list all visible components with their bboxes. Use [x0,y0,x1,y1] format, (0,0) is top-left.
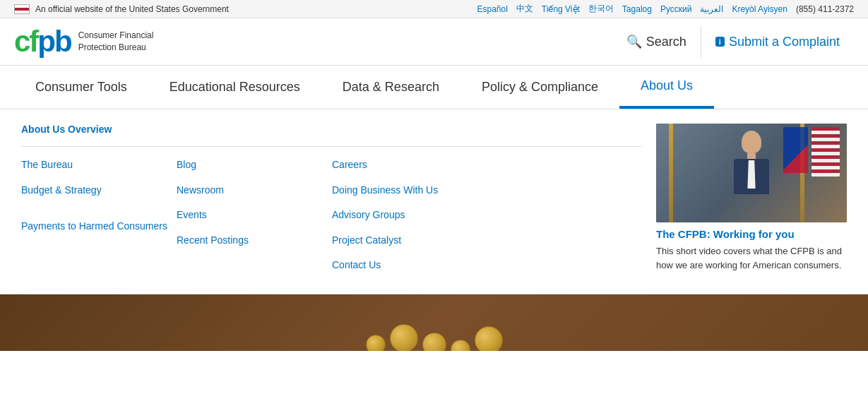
coin-5 [475,326,503,351]
dropdown-links-section: About Us Overview The Bureau Budget & St… [21,124,642,273]
link-budget-strategy[interactable]: Budget & Strategy [21,184,177,198]
link-events[interactable]: Events [177,208,332,222]
link-advisory-groups[interactable]: Advisory Groups [332,208,494,222]
lang-ru[interactable]: Русский [660,4,692,14]
site-logo[interactable]: cfpb Consumer Financial Protection Burea… [14,27,153,56]
link-recent-postings[interactable]: Recent Postings [177,234,332,248]
nav-about-us[interactable]: About Us [619,66,714,109]
link-the-bureau[interactable]: The Bureau [21,158,177,172]
link-doing-business[interactable]: Doing Business With Us [332,184,494,198]
coin-3 [422,333,446,351]
link-payments-harmed[interactable]: Payments to Harmed Consumers [21,220,177,234]
link-careers[interactable]: Careers [332,158,494,172]
us-flag-icon [14,4,30,14]
gov-text: An official website of the United States… [35,4,229,14]
logo-acronym: cfpb [14,27,71,56]
dropdown-links-grid: The Bureau Budget & Strategy Payments to… [21,158,642,273]
about-overview-link[interactable]: About Us Overview [21,124,642,147]
search-icon: 🔍 [626,34,642,49]
about-us-dropdown: About Us Overview The Bureau Budget & St… [0,109,868,294]
lang-ko[interactable]: 한국어 [588,3,614,15]
main-nav: Consumer Tools Educational Resources Dat… [0,66,868,109]
dropdown-col-1: The Bureau Budget & Strategy Payments to… [21,158,177,273]
feature-card: The CFPB: Working for you This short vid… [656,124,847,273]
logo-org-name: Consumer Financial Protection Bureau [78,30,154,54]
feature-video-thumbnail[interactable] [656,124,847,222]
dropdown-col-2: Blog Newsroom Events Recent Postings [177,158,332,273]
lang-es[interactable]: Español [477,4,507,14]
info-icon: i [715,37,725,47]
lang-tl[interactable]: Tagalog [622,4,652,14]
feature-video-title[interactable]: The CFPB: Working for you [656,228,847,240]
dropdown-col-3: Careers Doing Business With Us Advisory … [332,158,494,273]
feature-image-bg [656,124,847,222]
coin-4 [451,340,470,351]
nav-data-research[interactable]: Data & Research [321,67,460,107]
link-newsroom[interactable]: Newsroom [177,184,332,198]
coin-1 [366,335,386,351]
site-header: cfpb Consumer Financial Protection Burea… [0,18,868,66]
complaint-label: Submit a Complaint [729,35,840,49]
language-links: Español 中文 Tiếng Việt 한국어 Tagalog Русски… [477,3,854,15]
lang-zh[interactable]: 中文 [516,3,533,15]
nav-consumer-tools[interactable]: Consumer Tools [14,67,148,107]
gov-notice: An official website of the United States… [14,4,229,14]
feature-video-desc: This short video covers what the CFPB is… [656,244,847,272]
coin-2 [390,324,418,351]
link-blog[interactable]: Blog [177,158,332,172]
lang-ar[interactable]: العربية [700,4,723,14]
footer-area [0,294,868,351]
complaint-button[interactable]: i Submit a Complaint [701,26,854,58]
nav-policy-compliance[interactable]: Policy & Compliance [460,67,619,107]
link-project-catalyst[interactable]: Project Catalyst [332,234,494,248]
top-bar: An official website of the United States… [0,0,868,18]
phone-number: (855) 411-2372 [796,4,854,14]
lang-vi[interactable]: Tiếng Việt [542,4,580,14]
search-label: Search [646,35,686,49]
link-contact-us[interactable]: Contact Us [332,258,494,273]
header-actions: 🔍 Search i Submit a Complaint [612,25,854,58]
coins-decoration [366,324,503,351]
search-button[interactable]: 🔍 Search [612,25,701,58]
nav-educational-resources[interactable]: Educational Resources [148,67,321,107]
lang-ht[interactable]: Kreyòl Ayisyen [732,4,787,14]
